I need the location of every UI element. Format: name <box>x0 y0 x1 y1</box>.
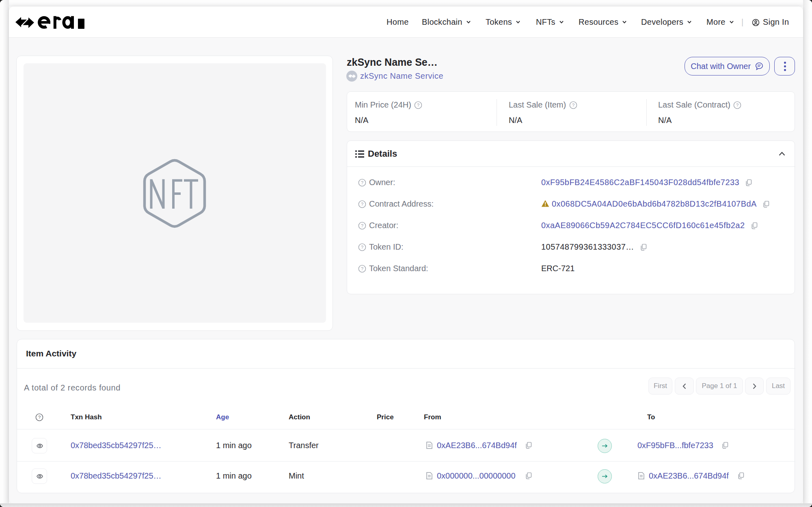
svg-text:?: ? <box>361 245 363 250</box>
svg-text:?: ? <box>572 103 574 108</box>
svg-text:?: ? <box>361 202 363 207</box>
svg-text:?: ? <box>38 415 41 420</box>
svg-text:?: ? <box>361 180 363 185</box>
svg-text:?: ? <box>417 103 419 108</box>
svg-text:?: ? <box>361 266 363 271</box>
svg-text:?: ? <box>736 103 739 108</box>
svg-text:?: ? <box>361 223 363 228</box>
